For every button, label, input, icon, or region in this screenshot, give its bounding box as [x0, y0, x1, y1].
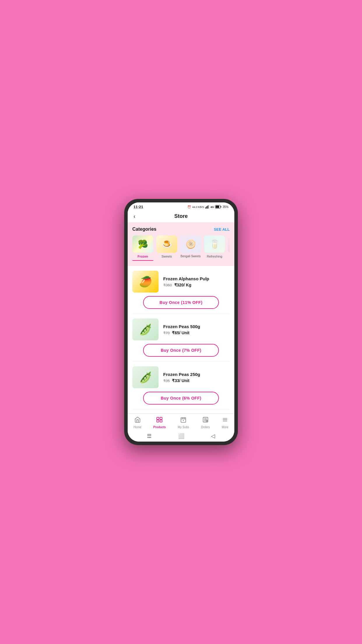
- nav-label-orders: Orders: [201, 426, 210, 429]
- product-details-peas250: Frozen Peas 250g ₹35 ₹33/ Unit: [163, 372, 230, 383]
- category-item-partial[interactable]: 🍱 M...: [228, 235, 230, 258]
- category-image-bengali: 🫓: [180, 235, 201, 253]
- nav-item-orders[interactable]: Orders: [198, 416, 214, 429]
- back-button[interactable]: ‹: [132, 212, 137, 221]
- phone-frame: 11:21 ⏰ 44.0 KB/S 4G: [124, 199, 238, 445]
- categories-section: Categories SEE ALL 🥦 Frozen 🍮 Sweets: [128, 223, 234, 266]
- svg-rect-10: [157, 420, 159, 422]
- product-item: 🥭 Frozen Alphanso Pulp ₹360 ₹320/ Kg Buy…: [132, 266, 230, 314]
- see-all-button[interactable]: SEE ALL: [214, 227, 230, 232]
- category-item-refreshing[interactable]: 🥛 Refreshing: [204, 235, 225, 258]
- buy-once-button-alphanso[interactable]: Buy Once (11% OFF): [143, 296, 219, 309]
- svg-rect-9: [160, 417, 162, 419]
- svg-rect-8: [157, 417, 159, 419]
- nav-label-my-subs: My Subs: [178, 426, 189, 429]
- alphanso-emoji: 🥭: [132, 271, 159, 293]
- data-speed: 44.0 KB/S: [192, 206, 204, 209]
- product-price-row: ₹360 ₹320/ Kg: [163, 283, 230, 287]
- products-list: 🥭 Frozen Alphanso Pulp ₹360 ₹320/ Kg Buy…: [128, 266, 234, 413]
- category-label-refreshing: Refreshing: [207, 255, 222, 258]
- nav-label-products: Products: [153, 426, 166, 429]
- network-icon: 4G: [210, 206, 214, 209]
- product-name-peas250: Frozen Peas 250g: [163, 372, 230, 377]
- peas250-emoji: 🫛: [132, 366, 159, 388]
- product-name-alphanso: Frozen Alphanso Pulp: [163, 276, 230, 282]
- header-title: Store: [174, 213, 188, 219]
- battery-icon: [215, 205, 222, 209]
- svg-point-16: [183, 420, 184, 421]
- signal-icon: [205, 205, 209, 209]
- nav-label-home: Home: [133, 426, 141, 429]
- svg-rect-6: [216, 206, 219, 208]
- bottom-spacer: [132, 410, 230, 413]
- category-image-refreshing: 🥛: [204, 235, 225, 253]
- header: ‹ Store: [128, 210, 234, 223]
- home-icon: [134, 416, 141, 425]
- status-bar: 11:21 ⏰ 44.0 KB/S 4G: [128, 202, 234, 210]
- categories-title: Categories: [132, 227, 157, 232]
- product-item: 🫛 Frozen Peas 500g ₹70 ₹65/ Unit Buy Onc…: [132, 314, 230, 362]
- product-image-peas250: 🫛: [132, 366, 159, 388]
- price-current-peas500: ₹65/ Unit: [172, 330, 189, 335]
- product-details-alphanso: Frozen Alphanso Pulp ₹360 ₹320/ Kg: [163, 276, 230, 288]
- product-price-row: ₹35 ₹33/ Unit: [163, 378, 230, 383]
- price-current-alphanso: ₹320/ Kg: [174, 283, 191, 287]
- categories-header: Categories SEE ALL: [132, 227, 230, 232]
- category-item-sweets[interactable]: 🍮 Sweets: [156, 235, 177, 258]
- product-row: 🫛 Frozen Peas 250g ₹35 ₹33/ Unit: [132, 366, 230, 388]
- product-price-row: ₹70 ₹65/ Unit: [163, 330, 230, 335]
- category-item-frozen[interactable]: 🥦 Frozen: [132, 235, 153, 261]
- status-icons: ⏰ 44.0 KB/S 4G: [187, 205, 229, 209]
- orders-icon: [202, 416, 209, 425]
- svg-rect-4: [209, 205, 209, 209]
- buy-once-button-peas500[interactable]: Buy Once (7% OFF): [143, 344, 219, 357]
- main-content: Categories SEE ALL 🥦 Frozen 🍮 Sweets: [128, 223, 234, 413]
- system-bar: ☰ ⬜ ◁: [128, 431, 234, 442]
- more-icon: [222, 416, 228, 425]
- category-item-bengali-sweets[interactable]: 🫓 Bengali Sweets: [180, 235, 201, 258]
- category-image-more: 🍱: [228, 235, 230, 253]
- status-time: 11:21: [133, 205, 143, 209]
- system-home-icon[interactable]: ⬜: [178, 433, 184, 439]
- nav-item-more[interactable]: More: [218, 416, 232, 429]
- product-row: 🥭 Frozen Alphanso Pulp ₹360 ₹320/ Kg: [132, 271, 230, 293]
- products-icon: [156, 416, 163, 425]
- category-image-sweets: 🍮: [156, 235, 177, 253]
- category-image-frozen: 🥦: [132, 235, 153, 253]
- alarm-icon: ⏰: [187, 205, 191, 209]
- phone-screen: 11:21 ⏰ 44.0 KB/S 4G: [128, 202, 234, 442]
- svg-rect-11: [160, 420, 162, 422]
- price-original-peas250: ₹35: [163, 379, 170, 383]
- category-label-bengali: Bengali Sweets: [181, 255, 201, 258]
- product-details-peas500: Frozen Peas 500g ₹70 ₹65/ Unit: [163, 324, 230, 335]
- svg-rect-1: [206, 206, 207, 209]
- price-original-peas500: ₹70: [163, 331, 170, 335]
- product-image-peas500: 🫛: [132, 318, 159, 340]
- category-label-sweets: Sweets: [161, 255, 172, 258]
- product-name-peas500: Frozen Peas 500g: [163, 324, 230, 330]
- nav-item-home[interactable]: Home: [130, 416, 145, 429]
- svg-rect-7: [221, 206, 221, 207]
- battery-percent: 35%: [223, 205, 229, 209]
- my-subs-icon: [180, 416, 187, 425]
- nav-item-my-subs[interactable]: My Subs: [174, 416, 193, 429]
- category-label-frozen: Frozen: [138, 255, 148, 258]
- active-underline: [132, 260, 153, 261]
- system-back-icon[interactable]: ◁: [211, 433, 215, 439]
- system-menu-icon[interactable]: ☰: [147, 433, 152, 439]
- nav-item-products[interactable]: Products: [150, 416, 169, 429]
- svg-rect-0: [205, 207, 206, 209]
- bottom-nav: Home Products: [128, 413, 234, 431]
- product-image-alphanso: 🥭: [132, 271, 159, 293]
- nav-label-more: More: [222, 426, 229, 429]
- price-original-alphanso: ₹360: [163, 283, 172, 287]
- svg-rect-3: [208, 205, 208, 209]
- price-current-peas250: ₹33/ Unit: [172, 378, 189, 383]
- buy-once-button-peas250[interactable]: Buy Once (6% OFF): [143, 392, 219, 405]
- categories-scroll: 🥦 Frozen 🍮 Sweets 🫓 Bengali Sweets: [132, 235, 230, 262]
- svg-rect-12: [181, 418, 186, 423]
- product-item: 🫛 Frozen Peas 250g ₹35 ₹33/ Unit Buy Onc…: [132, 362, 230, 410]
- svg-rect-2: [207, 206, 208, 209]
- product-row: 🫛 Frozen Peas 500g ₹70 ₹65/ Unit: [132, 318, 230, 340]
- peas500-emoji: 🫛: [132, 318, 159, 340]
